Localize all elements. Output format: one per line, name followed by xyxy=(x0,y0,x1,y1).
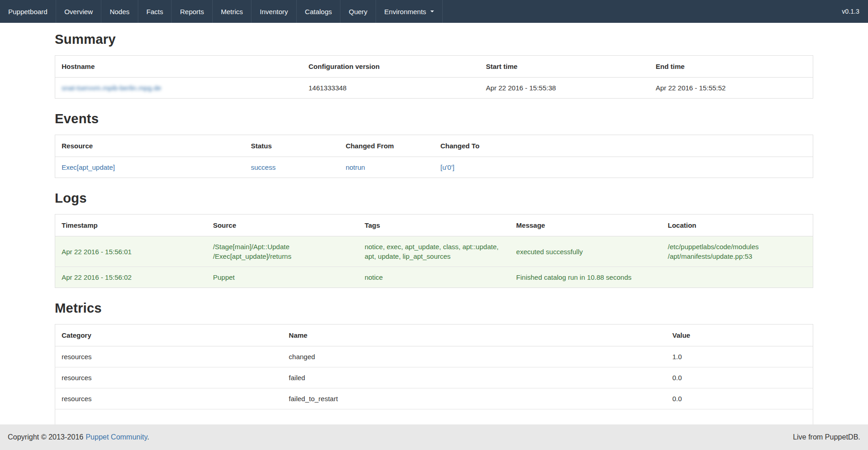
col-value: Value xyxy=(666,324,813,346)
summary-heading: Summary xyxy=(55,32,813,47)
col-tags: Tags xyxy=(358,215,510,236)
event-changed-to-link[interactable]: [u'0'] xyxy=(440,163,455,171)
navbar: Puppetboard Overview Nodes Facts Reports… xyxy=(0,0,868,23)
config-version-value: 1461333348 xyxy=(302,78,480,99)
nav-item-catalogs[interactable]: Catalogs xyxy=(297,0,340,23)
logs-section: Logs Timestamp Source Tags Message Locat… xyxy=(55,191,813,288)
log-location: /etc/puppetlabs/code/modules /apt/manife… xyxy=(661,236,813,267)
log-location xyxy=(661,267,813,288)
metrics-header-row: Category Name Value xyxy=(55,324,813,346)
nav-brand-puppetboard[interactable]: Puppetboard xyxy=(0,0,56,23)
metric-row: resources failed_to_restart 0.0 xyxy=(55,388,813,409)
event-changed-from-link[interactable]: notrun xyxy=(345,163,365,171)
col-start-time: Start time xyxy=(480,56,649,78)
metric-value: 0.0 xyxy=(666,367,813,388)
metrics-section: Metrics Category Name Value resources ch… xyxy=(55,301,813,430)
nav-item-nodes[interactable]: Nodes xyxy=(101,0,138,23)
log-row: Apr 22 2016 - 15:56:02 Puppet notice Fin… xyxy=(55,267,813,288)
log-message: Finished catalog run in 10.88 seconds xyxy=(510,267,661,288)
log-row: Apr 22 2016 - 15:56:01 /Stage[main]/Apt:… xyxy=(55,236,813,267)
event-resource-link[interactable]: Exec[apt_update] xyxy=(62,163,115,171)
col-source: Source xyxy=(207,215,358,236)
events-header-row: Resource Status Changed From Changed To xyxy=(55,135,813,157)
metric-row: resources changed 1.0 xyxy=(55,346,813,367)
col-end-time: End time xyxy=(649,56,813,78)
chevron-down-icon xyxy=(430,10,434,12)
col-status: Status xyxy=(245,135,340,157)
nav-dropdown-environments[interactable]: Environments xyxy=(376,0,443,23)
nav-item-metrics[interactable]: Metrics xyxy=(213,0,251,23)
end-time-value: Apr 22 2016 - 15:55:52 xyxy=(649,78,813,99)
col-changed-to: Changed To xyxy=(434,135,813,157)
log-source: /Stage[main]/Apt::Update /Exec[apt_updat… xyxy=(207,236,358,267)
metric-category: resources xyxy=(55,388,282,409)
col-changed-from: Changed From xyxy=(339,135,434,157)
event-row: Exec[apt_update] success notrun [u'0'] xyxy=(55,157,813,178)
start-time-value: Apr 22 2016 - 15:55:38 xyxy=(480,78,649,99)
metric-name: failed_to_restart xyxy=(282,388,666,409)
events-heading: Events xyxy=(55,111,813,126)
nav-item-inventory[interactable]: Inventory xyxy=(251,0,297,23)
col-name: Name xyxy=(282,324,666,346)
col-timestamp: Timestamp xyxy=(55,215,207,236)
nav-item-overview[interactable]: Overview xyxy=(56,0,102,23)
summary-row: snat-tservvm.mpib-berlin.mpg.de 14613333… xyxy=(55,78,813,99)
log-tags: notice xyxy=(358,267,510,288)
col-config-version: Configuration version xyxy=(302,56,480,78)
nav-item-facts[interactable]: Facts xyxy=(138,0,172,23)
navbar-spacer xyxy=(443,0,833,23)
col-message: Message xyxy=(510,215,661,236)
metric-row: resources failed 0.0 xyxy=(55,367,813,388)
log-source: Puppet xyxy=(207,267,358,288)
logs-table: Timestamp Source Tags Message Location A… xyxy=(55,214,813,288)
col-category: Category xyxy=(55,324,282,346)
col-location: Location xyxy=(661,215,813,236)
metric-name: failed xyxy=(282,367,666,388)
footer: Copyright © 2013-2016Puppet Community. L… xyxy=(0,424,868,430)
log-timestamp: Apr 22 2016 - 15:56:02 xyxy=(55,267,207,288)
logs-header-row: Timestamp Source Tags Message Location xyxy=(55,215,813,236)
events-table: Resource Status Changed From Changed To … xyxy=(55,135,813,178)
metric-category: resources xyxy=(55,367,282,388)
environments-label: Environments xyxy=(384,8,426,16)
summary-section: Summary Hostname Configuration version S… xyxy=(55,32,813,99)
log-tags: notice, exec, apt_update, class, apt::up… xyxy=(358,236,510,267)
metric-value: 0.0 xyxy=(666,388,813,409)
app-version: v0.1.3 xyxy=(833,0,868,23)
logs-heading: Logs xyxy=(55,191,813,206)
events-section: Events Resource Status Changed From Chan… xyxy=(55,111,813,178)
hostname-link[interactable]: snat-tservvm.mpib-berlin.mpg.de xyxy=(62,84,161,92)
metric-name: changed xyxy=(282,346,666,367)
nav-item-reports[interactable]: Reports xyxy=(172,0,213,23)
nav-item-query[interactable]: Query xyxy=(340,0,376,23)
col-resource: Resource xyxy=(55,135,245,157)
metric-category: resources xyxy=(55,346,282,367)
event-status-link[interactable]: success xyxy=(251,163,276,171)
report-page: Summary Hostname Configuration version S… xyxy=(0,23,868,430)
metrics-table: Category Name Value resources changed 1.… xyxy=(55,324,813,430)
metric-value: 1.0 xyxy=(666,346,813,367)
log-timestamp: Apr 22 2016 - 15:56:01 xyxy=(55,236,207,267)
col-hostname: Hostname xyxy=(55,56,302,78)
log-message: executed successfully xyxy=(510,236,661,267)
metrics-heading: Metrics xyxy=(55,301,813,316)
summary-header-row: Hostname Configuration version Start tim… xyxy=(55,56,813,78)
summary-table: Hostname Configuration version Start tim… xyxy=(55,55,813,99)
